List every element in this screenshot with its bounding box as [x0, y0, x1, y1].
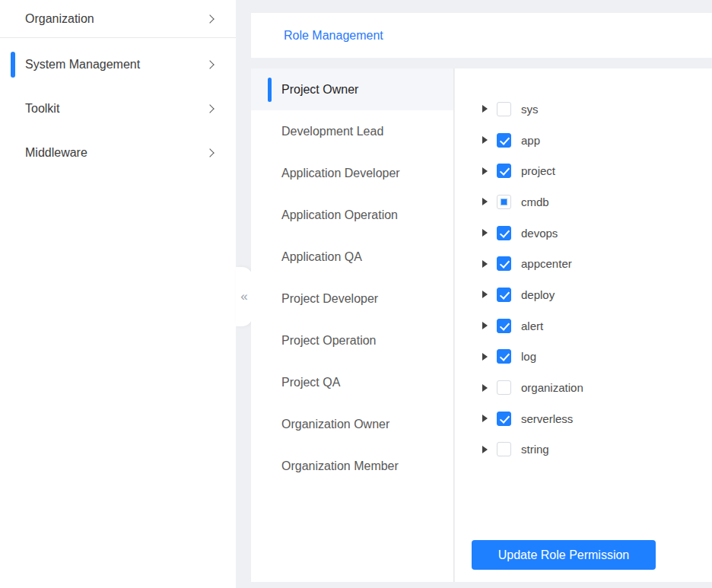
role-item-project-developer[interactable]: Project Developer: [251, 278, 453, 319]
role-item-development-lead[interactable]: Development Lead: [251, 110, 453, 152]
role-item-project-operation[interactable]: Project Operation: [251, 319, 453, 361]
chevron-right-icon: [205, 104, 214, 113]
tree-node-label: log: [521, 350, 536, 363]
checkbox[interactable]: [497, 412, 511, 426]
checkbox[interactable]: [497, 319, 511, 333]
checkbox[interactable]: [497, 349, 511, 364]
tree-node-label: appcenter: [521, 257, 572, 270]
tree-row-devops: devops: [455, 218, 712, 249]
checkbox[interactable]: [497, 164, 511, 178]
sidebar-item-label: Middleware: [25, 146, 87, 160]
sidebar-item-label: Organization: [25, 12, 94, 26]
expand-caret-icon[interactable]: [482, 384, 488, 392]
role-item-project-qa[interactable]: Project QA: [251, 361, 453, 403]
tree-row-alert: alert: [455, 310, 712, 342]
role-item-label: Application Operation: [281, 208, 398, 222]
tree-node-label: cmdb: [521, 195, 549, 208]
expand-caret-icon[interactable]: [482, 260, 488, 268]
selected-indicator-bar: [268, 78, 272, 102]
checkbox[interactable]: [497, 256, 511, 271]
tree-row-log: log: [455, 342, 712, 373]
tree-row-appcenter: appcenter: [455, 248, 712, 279]
role-item-project-owner[interactable]: Project Owner: [251, 68, 453, 110]
checkbox[interactable]: [497, 133, 511, 148]
role-item-label: Application QA: [281, 250, 362, 264]
chevron-right-icon: [205, 60, 214, 68]
checkbox[interactable]: [497, 380, 511, 395]
sidebar-item-toolkit[interactable]: Toolkit: [0, 87, 236, 131]
expand-caret-icon[interactable]: [482, 167, 488, 175]
checkbox[interactable]: [497, 288, 511, 302]
sidebar-item-middleware[interactable]: Middleware: [0, 131, 236, 175]
role-item-organization-member[interactable]: Organization Member: [251, 445, 453, 487]
checkbox[interactable]: [497, 442, 511, 456]
role-item-application-operation[interactable]: Application Operation: [251, 194, 453, 236]
tree-row-string: string: [455, 434, 712, 466]
sidebar-collapse-button[interactable]: «: [236, 267, 253, 326]
content-header: Role Management: [251, 13, 712, 58]
tree-row-app: app: [455, 125, 712, 156]
expand-caret-icon[interactable]: [482, 446, 488, 453]
role-item-label: Project Owner: [281, 83, 358, 97]
role-item-label: Project QA: [281, 376, 340, 389]
tree-node-label: app: [521, 134, 540, 147]
tree-row-project: project: [455, 155, 712, 186]
role-item-label: Development Lead: [281, 125, 383, 138]
expand-caret-icon[interactable]: [482, 291, 488, 298]
permission-tree: sys app project cmdb devops appcenter de…: [455, 68, 712, 582]
selected-indicator-bar: [11, 52, 15, 78]
sidebar-item-label: System Management: [25, 58, 140, 72]
checkbox[interactable]: [497, 102, 511, 116]
checkbox[interactable]: [497, 226, 511, 240]
tree-node-label: devops: [521, 227, 558, 240]
tree-node-label: serverless: [521, 412, 573, 425]
expand-caret-icon[interactable]: [482, 198, 488, 205]
tree-row-deploy: deploy: [455, 279, 712, 310]
expand-caret-icon[interactable]: [482, 415, 488, 422]
tree-node-label: string: [521, 443, 549, 456]
chevron-right-icon: [205, 14, 214, 23]
tree-row-organization: organization: [455, 372, 712, 403]
checkbox[interactable]: [497, 195, 511, 209]
role-item-label: Organization Member: [281, 459, 399, 473]
expand-caret-icon[interactable]: [482, 353, 488, 361]
tree-node-label: alert: [521, 319, 543, 332]
tree-node-label: organization: [521, 381, 583, 394]
chevron-right-icon: [205, 148, 214, 157]
expand-caret-icon[interactable]: [482, 105, 488, 113]
update-role-permission-button[interactable]: Update Role Permission: [472, 540, 656, 570]
role-item-application-qa[interactable]: Application QA: [251, 236, 453, 278]
tree-node-label: project: [521, 164, 555, 177]
role-list: Project Owner Development Lead Applicati…: [251, 68, 454, 582]
role-item-label: Project Operation: [281, 334, 377, 348]
tree-row-cmdb: cmdb: [455, 186, 712, 218]
sidebar: Organization System Management Toolkit M…: [0, 0, 236, 588]
expand-caret-icon[interactable]: [482, 136, 488, 144]
tab-role-management[interactable]: Role Management: [284, 29, 383, 43]
sidebar-item-system-management[interactable]: System Management: [0, 43, 236, 87]
role-item-application-developer[interactable]: Application Developer: [251, 152, 453, 194]
sidebar-item-organization[interactable]: Organization: [0, 0, 236, 38]
expand-caret-icon[interactable]: [482, 229, 488, 237]
role-item-label: Project Developer: [281, 292, 378, 306]
tree-node-label: deploy: [521, 288, 555, 301]
role-item-label: Organization Owner: [281, 418, 389, 431]
role-item-label: Application Developer: [281, 167, 400, 180]
expand-caret-icon[interactable]: [482, 322, 488, 329]
tree-row-sys: sys: [455, 94, 712, 125]
sidebar-item-label: Toolkit: [25, 102, 59, 116]
tree-node-label: sys: [521, 103, 539, 116]
role-item-organization-owner[interactable]: Organization Owner: [251, 403, 453, 445]
collapse-chevrons-icon: «: [240, 289, 247, 304]
tree-row-serverless: serverless: [455, 403, 712, 434]
